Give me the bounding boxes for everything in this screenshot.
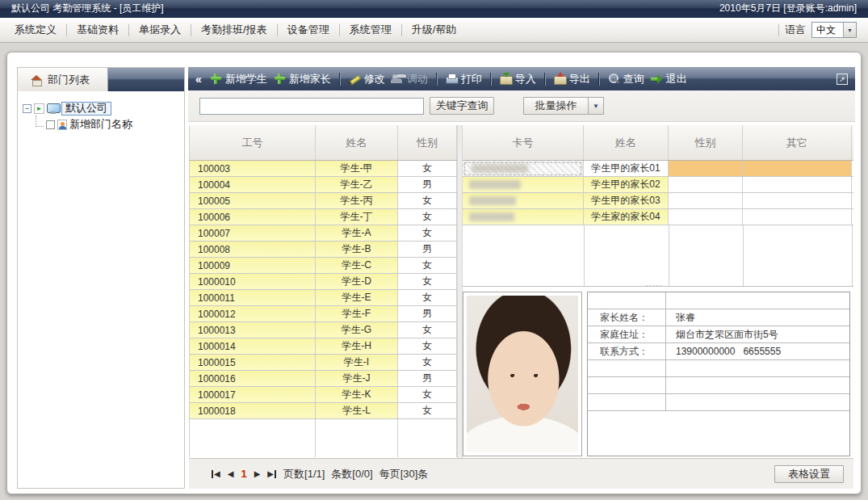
parent-name-cell[interactable]: 学生甲的家长02 [584, 177, 669, 192]
parent-card-cell[interactable] [463, 177, 584, 192]
student-gender-cell[interactable]: 女 [398, 403, 457, 418]
student-row[interactable]: 100009学生-C女 [190, 258, 457, 274]
student-id-cell[interactable]: 100007 [190, 225, 316, 241]
student-gender-cell[interactable]: 女 [398, 193, 457, 208]
students-column-header-1[interactable]: 姓名 [316, 125, 398, 160]
students-column-header-2[interactable]: 性别 [398, 125, 457, 160]
student-id-cell[interactable]: 100005 [190, 193, 316, 208]
student-name-cell[interactable]: 学生-乙 [316, 177, 398, 192]
splitter-dots-handle[interactable]: ····· [645, 281, 663, 290]
student-row[interactable]: 1000018学生-L女 [190, 403, 457, 419]
student-gender-cell[interactable]: 女 [398, 322, 457, 338]
student-name-cell[interactable]: 学生-I [316, 355, 398, 370]
table-settings-button[interactable]: 表格设置 [774, 465, 844, 483]
maximize-icon[interactable]: ↗ [837, 74, 848, 85]
student-id-cell[interactable]: 100003 [190, 161, 316, 176]
prev-page-button[interactable]: ◀ [228, 469, 234, 478]
language-select[interactable]: 中文 ▼ [811, 22, 857, 38]
student-name-cell[interactable]: 学生-K [316, 387, 398, 402]
parent-other-cell[interactable] [743, 193, 852, 208]
parents-column-header-2[interactable]: 性别 [669, 125, 743, 160]
student-id-cell[interactable]: 1000012 [190, 306, 316, 321]
parent-name-cell[interactable]: 学生甲的家长03 [584, 193, 669, 208]
student-name-cell[interactable]: 学生-丙 [316, 193, 398, 208]
student-row[interactable]: 1000013学生-G女 [190, 322, 457, 338]
import-button[interactable]: 导入 [499, 72, 536, 86]
collapse-panel-icon[interactable]: « [195, 73, 202, 86]
student-name-cell[interactable]: 学生-L [316, 403, 398, 418]
student-id-cell[interactable]: 1000010 [190, 274, 316, 289]
parent-other-cell[interactable] [743, 177, 852, 192]
keyword-search-button[interactable]: 关键字查询 [430, 97, 494, 115]
tree-node-root[interactable]: − ► 默认公司 [23, 101, 181, 116]
student-gender-cell[interactable]: 女 [398, 387, 457, 402]
tab-department-list[interactable]: 部门列表 [18, 68, 108, 91]
student-row[interactable]: 100006学生-丁女 [190, 209, 457, 225]
parent-row[interactable]: 学生家的家长04 [463, 209, 853, 225]
student-id-cell[interactable]: 1000017 [190, 387, 316, 402]
parents-column-header-0[interactable]: 卡号 [463, 125, 584, 160]
batch-actions-dropdown[interactable]: 批量操作 ▼ [523, 97, 604, 115]
student-gender-cell[interactable]: 女 [398, 258, 457, 273]
parent-name-cell[interactable]: 学生家的家长04 [584, 209, 669, 225]
student-gender-cell[interactable]: 女 [398, 209, 457, 225]
parent-other-cell[interactable] [743, 209, 852, 225]
parent-gender-cell[interactable] [669, 177, 743, 192]
student-row[interactable]: 1000012学生-F男 [190, 306, 457, 322]
parents-column-header-1[interactable]: 姓名 [584, 125, 669, 160]
search-input[interactable] [199, 98, 424, 115]
tree-node-department[interactable]: 新增部门名称 [36, 117, 181, 132]
tree-node-department-label[interactable]: 新增部门名称 [69, 117, 132, 132]
student-name-cell[interactable]: 学生-丁 [316, 209, 398, 225]
parents-column-header-3[interactable]: 其它 [743, 125, 852, 160]
student-gender-cell[interactable]: 女 [398, 225, 457, 241]
student-name-cell[interactable]: 学生-E [316, 290, 398, 305]
student-row[interactable]: 1000011学生-E女 [190, 290, 457, 306]
tree-go-icon[interactable]: ► [34, 103, 44, 114]
student-gender-cell[interactable]: 男 [398, 242, 457, 257]
parent-other-cell[interactable] [743, 161, 852, 176]
next-page-button[interactable]: ▶ [254, 469, 261, 478]
student-id-cell[interactable]: 100008 [190, 242, 316, 257]
current-page[interactable]: 1 [241, 468, 246, 480]
student-gender-cell[interactable]: 女 [398, 274, 457, 289]
student-id-cell[interactable]: 100006 [190, 209, 316, 225]
chevron-down-icon[interactable]: ▼ [843, 23, 856, 37]
parent-row-selected[interactable]: 学生甲的家长01 [463, 161, 853, 177]
student-name-cell[interactable]: 学生-H [316, 338, 398, 354]
student-name-cell[interactable]: 学生-甲 [316, 161, 398, 176]
student-name-cell[interactable]: 学生-D [316, 274, 398, 289]
student-row[interactable]: 1000017学生-K女 [190, 387, 457, 403]
menu-item-6[interactable]: 升级/帮助 [402, 19, 467, 40]
student-row[interactable]: 1000010学生-D女 [190, 274, 457, 290]
query-button[interactable]: 查询 [607, 72, 644, 86]
tree-collapse-icon[interactable]: − [23, 104, 31, 113]
student-name-cell[interactable]: 学生-B [316, 242, 398, 257]
student-gender-cell[interactable]: 女 [398, 161, 457, 176]
menu-item-4[interactable]: 设备管理 [278, 19, 339, 40]
parent-card-cell[interactable] [463, 161, 584, 176]
student-name-cell[interactable]: 学生-J [316, 371, 398, 386]
parent-gender-cell[interactable] [669, 209, 743, 225]
exit-button[interactable]: 退出 [650, 72, 687, 86]
student-id-cell[interactable]: 100004 [190, 177, 316, 192]
table-splitter[interactable] [457, 125, 463, 458]
last-page-button[interactable]: ▶ [267, 469, 276, 478]
parent-row[interactable]: 学生甲的家长03 [463, 193, 853, 209]
parent-gender-cell[interactable] [669, 161, 743, 176]
student-name-cell[interactable]: 学生-G [316, 322, 398, 338]
chevron-down-icon[interactable]: ▼ [589, 97, 604, 115]
student-row[interactable]: 1000015学生-I女 [190, 355, 457, 371]
student-gender-cell[interactable]: 女 [398, 290, 457, 305]
student-id-cell[interactable]: 1000018 [190, 403, 316, 418]
student-row[interactable]: 100008学生-B男 [190, 242, 457, 258]
add-parent-button[interactable]: 新增家长 [273, 72, 331, 86]
student-gender-cell[interactable]: 男 [398, 371, 457, 386]
export-button[interactable]: 导出 [553, 72, 590, 86]
parent-name-cell[interactable]: 学生甲的家长01 [584, 161, 669, 176]
student-gender-cell[interactable]: 男 [398, 306, 457, 321]
student-row[interactable]: 100004学生-乙男 [190, 177, 457, 193]
student-row[interactable]: 100007学生-A女 [190, 225, 457, 242]
student-row[interactable]: 1000016学生-J男 [190, 371, 457, 387]
menu-item-2[interactable]: 单据录入 [129, 19, 191, 40]
